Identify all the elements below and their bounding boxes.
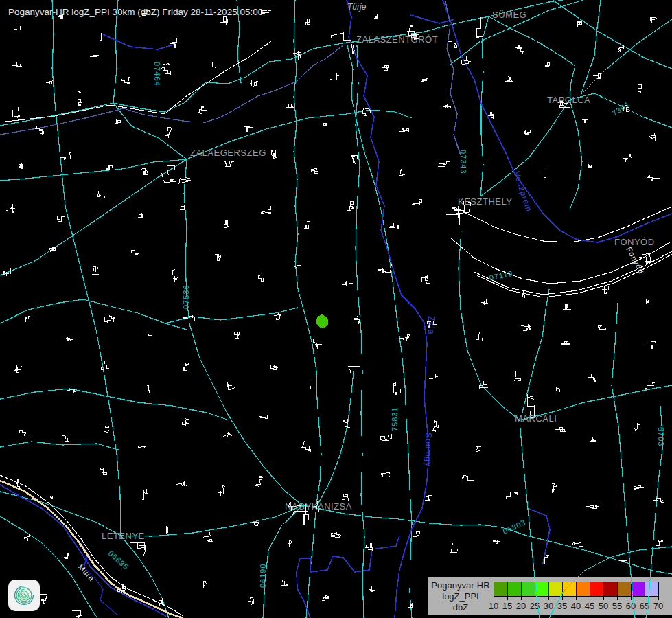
- settlement-outline: [261, 206, 271, 215]
- map-line-boundary: [515, 174, 672, 242]
- settlement-outline: [399, 169, 405, 176]
- settlement-outline: [623, 105, 629, 112]
- map-line-road: [459, 231, 520, 420]
- settlement-outline: [198, 106, 207, 113]
- settlement-outline: [647, 341, 656, 349]
- settlement-outline: [130, 541, 146, 556]
- settlement-outline: [650, 133, 655, 141]
- settlement-outline: [639, 253, 651, 266]
- settlement-outline: [343, 494, 349, 502]
- settlement-outline: [121, 77, 130, 83]
- settlement-outline: [476, 446, 481, 452]
- settlement-outline: [72, 610, 82, 618]
- product-title: Poganyvar-HR logZ_PPI 30km (dbZ) Friday …: [8, 7, 263, 17]
- settlement-outline: [64, 553, 71, 558]
- settlement-outline: [558, 100, 570, 107]
- radar-map-svg: [0, 0, 672, 618]
- settlement-outline: [304, 220, 310, 229]
- settlement-outline: [224, 432, 231, 442]
- settlement-outline: [323, 119, 327, 125]
- map-line-road: [165, 308, 298, 323]
- settlement-outline: [183, 363, 188, 371]
- settlement-outline: [248, 597, 254, 604]
- settlement-outline: [461, 56, 471, 64]
- map-line-outline: [454, 207, 672, 242]
- map-line-road: [489, 16, 575, 98]
- settlement-outline: [541, 170, 546, 179]
- settlement-outline: [563, 304, 571, 310]
- settlement-outline: [421, 78, 428, 82]
- settlement-outline: [50, 496, 54, 499]
- settlement-outline: [182, 418, 189, 426]
- settlement-outline: [19, 430, 28, 435]
- settlement-outline: [390, 223, 399, 228]
- settlement-outline: [598, 325, 606, 332]
- settlement-outline: [12, 107, 20, 117]
- settlement-outline: [271, 150, 277, 159]
- settlement-outline: [451, 543, 457, 553]
- settlement-outline: [521, 324, 531, 331]
- settlement-outline: [311, 168, 318, 173]
- settlement-outline: [170, 38, 176, 48]
- settlement-outline: [220, 16, 227, 25]
- settlement-outline: [488, 112, 494, 118]
- settlement-outline: [342, 281, 353, 286]
- settlement-outline: [23, 534, 30, 541]
- settlement-outline: [162, 63, 170, 74]
- settlement-outline: [366, 543, 372, 551]
- settlement-outline: [19, 163, 23, 169]
- settlement-outline: [116, 119, 121, 123]
- map-line-road: [522, 289, 549, 413]
- settlement-outline: [594, 72, 601, 78]
- radar-screenshot: Poganyvar-HR logZ_PPI 30km (dbZ) Friday …: [0, 0, 672, 618]
- settlement-outline: [462, 475, 474, 480]
- settlement-outline: [12, 62, 21, 69]
- settlement-outline: [141, 168, 148, 174]
- settlement-outline: [234, 332, 240, 339]
- settlement-outline: [545, 61, 549, 67]
- settlement-outline: [162, 165, 191, 183]
- settlement-outline: [444, 103, 451, 108]
- settlement-outline: [250, 80, 258, 86]
- settlement-outline: [302, 442, 310, 451]
- settlement-outline: [543, 555, 549, 564]
- settlement-outline: [131, 249, 141, 254]
- settlement-outline: [6, 204, 14, 213]
- settlement-outline: [381, 470, 390, 479]
- settlement-outline: [582, 119, 588, 124]
- map-line-boundary: [410, 15, 454, 23]
- map-line-road: [520, 385, 672, 420]
- settlement-outline: [378, 264, 392, 273]
- settlement-outline: [555, 427, 565, 432]
- settlement-outline: [527, 391, 535, 418]
- settlement-outline: [524, 130, 530, 134]
- settlement-outline: [165, 525, 167, 534]
- settlement-outline: [23, 316, 30, 322]
- settlement-outline: [204, 532, 212, 541]
- map-line-road: [263, 505, 303, 618]
- settlement-outline: [354, 317, 362, 324]
- settlement-outline: [270, 363, 278, 370]
- settlement-outline: [165, 127, 171, 138]
- map-line-road: [303, 505, 672, 574]
- settlement-outline: [92, 266, 99, 274]
- map-line-road: [0, 159, 187, 181]
- map-line-road: [520, 420, 540, 618]
- map-line-road: [294, 0, 321, 508]
- settlement-outline: [476, 332, 482, 341]
- settlement-outline: [590, 437, 597, 442]
- settlement-outline: [618, 45, 623, 52]
- settlement-outline: [481, 299, 487, 305]
- settlement-outline: [100, 468, 107, 475]
- settlement-outline: [100, 33, 103, 41]
- settlement-outline: [638, 84, 642, 93]
- map-line-road: [480, 100, 570, 196]
- settlement-outline: [293, 51, 301, 60]
- settlement-outline: [476, 17, 483, 38]
- settlement-outline: [521, 291, 525, 298]
- settlement-outline: [97, 191, 105, 198]
- map-line-road: [121, 505, 303, 536]
- settlement-outline: [577, 21, 581, 27]
- settlement-outline: [323, 595, 329, 600]
- settlement-outline: [15, 365, 22, 372]
